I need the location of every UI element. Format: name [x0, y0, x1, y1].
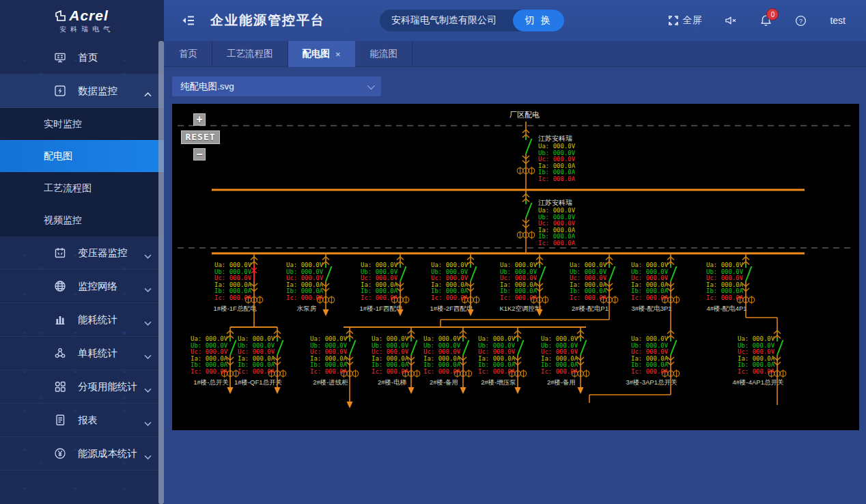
diagram-text: Ub: 000.0V	[478, 342, 516, 349]
diagram-text: Ib: 000.0A	[538, 169, 576, 176]
sidebar-item-cost-stat[interactable]: 能源成本统计	[0, 437, 164, 471]
diagram-text: 2#楼-配电P1	[572, 305, 609, 312]
diagram-text: Uc: 000.0V	[478, 348, 516, 355]
diagram-text: Ub: 000.0V	[738, 342, 775, 349]
feeder-branch-row1-6: Ua: 000.0VUb: 000.0VUc: 000.0VIa: 000.0A…	[631, 253, 680, 327]
tab-label: 能流图	[370, 48, 398, 60]
help-button[interactable]: ?	[795, 15, 807, 27]
fullscreen-button[interactable]: 全屏	[668, 14, 701, 27]
diagram-text: Ub: 000.0V	[191, 342, 228, 349]
diagram-text: Uc: 000.0V	[706, 275, 744, 281]
sidebar-subitem-0[interactable]: 实时监控	[0, 108, 164, 140]
sidebar-subitem-3[interactable]: 视频监控	[0, 204, 164, 236]
transformer-icon	[54, 247, 66, 259]
diagram-text: Ia: 000.0A	[631, 281, 669, 288]
diagram-text: Ib: 000.0A	[631, 361, 669, 368]
diagram-text: Ia: 000.0A	[538, 163, 576, 169]
feeder-branch-row1-0: Ua: 000.0VUb: 000.0VUc: 000.0VIa: 000.0A…	[214, 253, 263, 327]
sidebar-item-label: 监控网络	[78, 280, 117, 293]
diagram-text: Ua: 000.0V	[738, 335, 775, 342]
reset-button[interactable]: RESET	[181, 130, 220, 144]
tab-0[interactable]: 首页	[165, 41, 212, 67]
diagram-text: Ia: 000.0A	[286, 281, 324, 288]
diagram-text: Ic: 000.0A	[423, 368, 461, 375]
switch-company-button[interactable]: 切 换	[513, 10, 564, 31]
tab-3[interactable]: 能流图	[356, 41, 413, 67]
diagram-text: Ua: 000.0V	[361, 262, 398, 268]
diagram-text: Ic: 000.0A	[478, 368, 516, 375]
sidebar-scrollbar[interactable]	[158, 41, 164, 504]
sidebar-item-label: 变压器监控	[78, 247, 128, 260]
diagram-text: Ic: 000.0A	[372, 368, 409, 375]
diagram-text: Ub: 000.0V	[361, 268, 398, 275]
user-menu[interactable]: test	[830, 15, 846, 26]
diagram-file-value: 纯配电图.svg	[180, 81, 234, 93]
chevron-up-icon	[144, 88, 152, 99]
tab-2[interactable]: 配电图×	[288, 41, 356, 67]
diagram-text: Ib: 000.0A	[214, 288, 252, 294]
diagram-text: Uc: 000.0V	[738, 348, 775, 355]
diagram-text: 3#楼-配电3P1	[631, 305, 671, 312]
notifications-button[interactable]: 0	[760, 14, 772, 27]
diagram-text: 4#楼-配电4P1	[706, 305, 746, 312]
diagram-text: Ic: 000.0A	[500, 294, 537, 301]
diagram-text: Uc: 000.0V	[631, 348, 669, 355]
diagram-text: Ua: 000.0V	[310, 335, 348, 342]
sidebar-item-unit-stat[interactable]: 单耗统计	[0, 337, 164, 370]
sidebar-item-data-monitor[interactable]: 数据监控	[0, 74, 164, 108]
diagram-text: Ua: 000.0V	[423, 335, 461, 342]
sidebar-item-subitem-stat[interactable]: 分项用能统计	[0, 370, 164, 404]
diagram-text: Ib: 000.0A	[541, 361, 578, 368]
diagram-text: Ia: 000.0A	[372, 355, 409, 362]
diagram-text: Ib: 000.0A	[286, 288, 324, 294]
diagram-text: Ib: 000.0A	[538, 233, 576, 240]
diagram-canvas[interactable]: + RESET − 厂区配电江苏安科瑞Ua: 000.0VUb: 000.0VU…	[172, 104, 859, 430]
diagram-text: Uc: 000.0V	[361, 275, 398, 281]
barchart-icon	[54, 313, 66, 326]
chevron-down-icon	[144, 317, 152, 328]
zoom-out-button[interactable]: −	[193, 148, 206, 160]
tab-bar: 首页工艺流程图配电图×能流图	[165, 41, 866, 67]
sidebar-item-label: 报表	[78, 414, 98, 427]
diagram-text: Ib: 000.0A	[631, 288, 669, 294]
tab-close-icon[interactable]: ×	[335, 49, 341, 59]
diagram-text: Ua: 000.0V	[372, 335, 409, 342]
diagram-text: Ic: 000.0A	[538, 176, 576, 182]
sidebar-item-home[interactable]: 首页	[0, 41, 164, 74]
mute-button[interactable]	[725, 15, 737, 26]
sidebar-subitem-1[interactable]: 配电图	[0, 140, 164, 172]
help-icon: ?	[795, 15, 807, 27]
feeder-branch-row1-2: Ua: 000.0VUb: 000.0VUc: 000.0VIa: 000.0A…	[360, 253, 409, 316]
diagram-file-select[interactable]: 纯配电图.svg	[172, 76, 381, 96]
company-selector[interactable]: 安科瑞电气制造有限公司 切 换	[380, 10, 564, 31]
sidebar-item-network[interactable]: 监控网络	[0, 270, 164, 303]
sidebar-item-label: 分项用能统计	[78, 380, 137, 393]
diagram-text: 3#楼-3AP1总开关	[626, 378, 678, 386]
diagram-text: Ub: 000.0V	[706, 268, 744, 275]
feeder-branch-row2-7: Ua: 000.0VUb: 000.0VUc: 000.0VIa: 000.0A…	[589, 327, 680, 403]
diagram-text: Ia: 000.0A	[541, 355, 578, 362]
tab-1[interactable]: 工艺流程图	[212, 41, 288, 67]
feeder-branch-row1-1: Ua: 000.0VUb: 000.0VUc: 000.0VIa: 000.0A…	[286, 253, 335, 316]
tab-label: 首页	[179, 48, 197, 60]
diagram-text: Uc: 000.0V	[500, 275, 537, 281]
sidebar-item-energy-stat[interactable]: 能耗统计	[0, 303, 164, 337]
tab-label: 配电图	[303, 48, 331, 60]
diagram-text: Ib: 000.0A	[478, 361, 516, 368]
monitor-icon	[54, 51, 66, 64]
diagram-text: Ub: 000.0V	[238, 342, 275, 349]
diagram-text: Uc: 000.0V	[631, 275, 669, 281]
zoom-in-button[interactable]: +	[193, 113, 206, 126]
bus-connectors	[230, 318, 777, 327]
main-content: 首页工艺流程图配电图×能流图 纯配电图.svg + RESET − 厂区配电江苏…	[165, 41, 866, 504]
sidebar-item-transformer[interactable]: 变压器监控	[0, 236, 164, 270]
menu-fold-icon[interactable]	[182, 14, 195, 27]
fullscreen-icon	[668, 15, 679, 26]
diagram-text: Ic: 000.0A	[361, 294, 398, 301]
diagram-text: Ub: 000.0V	[538, 150, 576, 156]
sidebar-item-report[interactable]: 报表	[0, 404, 164, 437]
sidebar-subitem-2[interactable]: 工艺流程图	[0, 172, 164, 204]
diagram-text: 2#楼-进线柜	[313, 378, 348, 386]
feeder-branch-row2-8: Ua: 000.0VUb: 000.0VUc: 000.0VIa: 000.0A…	[733, 327, 786, 405]
diagram-text: Ub: 000.0V	[214, 268, 252, 275]
